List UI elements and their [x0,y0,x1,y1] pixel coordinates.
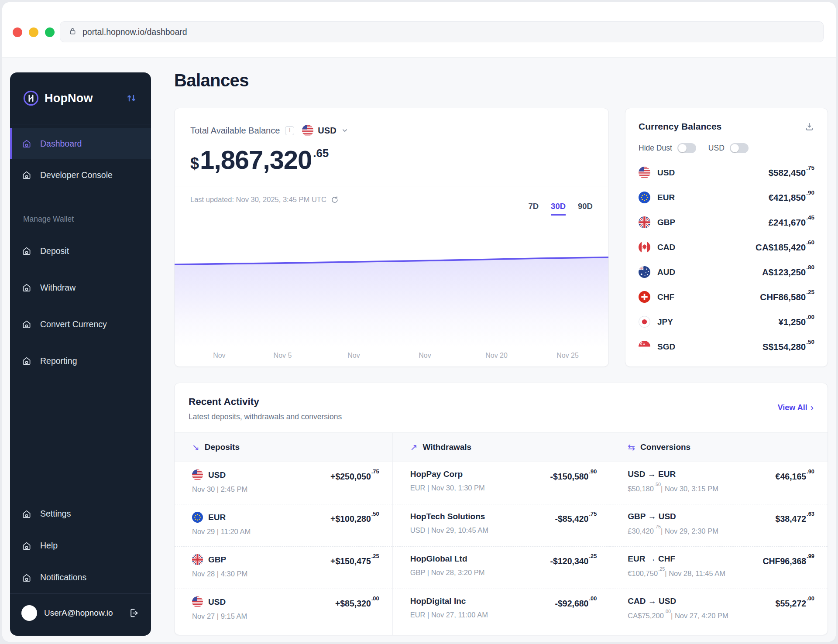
maximize-window-button[interactable] [45,27,55,37]
chevron-down-icon [341,127,349,134]
refresh-icon[interactable] [331,196,339,204]
swap-arrows-icon: ⇆ [628,442,635,452]
currency-row-gbp[interactable]: GBP£241,670.45 [639,210,814,235]
home-icon [21,138,32,149]
conversion-source: CA$75,200.00| Nov 27, 4:20 PM [628,611,728,620]
conversion-amount: CHF96,368.99 [762,554,814,566]
currency-row-sgd[interactable]: SGDS$154,280.50 [639,334,814,359]
deposit-row[interactable]: GBPNov 28 | 4:30 PM+$150,475.25 [175,547,392,589]
currency-amount: CA$185,420.60 [756,242,814,253]
currency-row-eur[interactable]: EUR€421,850.90 [639,185,814,210]
sidebar-collapse-icon[interactable] [125,92,138,105]
address-bar[interactable]: portal.hopnow.io/dashboard [60,21,824,42]
close-window-button[interactable] [13,27,22,37]
conversion-row[interactable]: EUR → CHF€100,750.25| Nov 28, 11:45 AMCH… [610,547,828,589]
sidebar-nav-main: DashboardDeveloper Console [10,124,151,191]
conversions-list: USD → EUR$50,180.50| Nov 30, 3:15 PM€46,… [610,462,828,635]
deposits-list: USDNov 30 | 2:45 PM+$250,050.75EURNov 29… [175,462,392,635]
conversion-row[interactable]: CAD → USDCA$75,200.00| Nov 27, 4:20 PM$5… [610,589,828,631]
sidebar-item-withdraw[interactable]: Withdraw [10,269,151,306]
conversion-pair: USD → EUR [628,469,676,479]
withdrawal-row[interactable]: HopGlobal LtdGBP | Nov 28, 3:20 PM-$120,… [393,547,610,589]
usd-toggle[interactable] [730,143,749,153]
withdrawal-datetime: GBP | Nov 28, 3:20 PM [410,569,485,577]
sidebar-nav-bottom: SettingsHelpNotifications [10,498,151,593]
sidebar-item-developer-console[interactable]: Developer Console [10,159,151,191]
sidebar-item-label: Convert Currency [40,319,107,329]
withdrawals-header: ↗ Withdrawals [392,433,610,462]
sidebar-item-deposit[interactable]: Deposit [10,233,151,269]
conversion-amount: $55,272.00 [776,596,814,609]
ch-flag-icon [639,291,650,303]
brand-row: HopNow [10,72,151,124]
hide-dust-toggle[interactable] [677,143,696,153]
logout-icon[interactable] [127,607,140,619]
sidebar-item-dashboard[interactable]: Dashboard [10,128,151,159]
range-tab-30d[interactable]: 30D [551,202,566,216]
user-account-row[interactable]: UserA@hopnow.io [10,594,151,636]
currency-code: AUD [657,267,675,277]
range-tab-7d[interactable]: 7D [528,202,539,216]
home-icon [21,319,32,329]
currency-symbol: $ [190,154,199,172]
withdrawal-row[interactable]: HopDigital IncEUR | Nov 27, 11:00 AM-$92… [393,589,610,631]
jp-flag-icon [639,316,650,328]
view-all-link[interactable]: View All› [778,403,814,412]
x-axis-label: Nov [419,352,431,360]
sidebar-item-reporting[interactable]: Reporting [10,343,151,379]
chevron-right-icon: › [811,404,814,412]
currency-row-aud[interactable]: AUDA$123,250.80 [639,260,814,284]
hide-dust-label: Hide Dust [639,144,672,153]
conversion-source: $50,180.50| Nov 30, 3:15 PM [628,484,718,493]
sg-flag-icon [639,341,650,353]
sidebar-item-convert-currency[interactable]: Convert Currency [10,306,151,343]
sidebar-item-notifications[interactable]: Notifications [10,562,151,593]
activity-column-headers: ↘ Deposits ↗ Withdrawals ⇆ Conversions [175,432,828,462]
deposit-row[interactable]: EURNov 29 | 11:20 AM+$100,280.50 [175,504,392,547]
deposit-currency: USD [208,597,226,607]
x-axis-label: Nov 5 [274,352,292,360]
conversion-row[interactable]: GBP → USD£30,420.75| Nov 29, 2:30 PM$38,… [610,504,828,547]
au-flag-icon [639,266,650,278]
currency-row-chf[interactable]: CHFCHF86,580.25 [639,284,814,309]
x-axis-label: Nov [347,352,360,360]
total-balance-card: Total Available Balance i USD $1,867,320… [174,108,609,367]
currency-row-usd[interactable]: USD$582,450.75 [639,160,814,185]
conversion-row[interactable]: USD → EUR$50,180.50| Nov 30, 3:15 PM€46,… [610,462,828,504]
url-text: portal.hopnow.io/dashboard [82,27,187,37]
sidebar-item-settings[interactable]: Settings [10,498,151,530]
currency-code: SGD [657,342,675,352]
deposit-amount: +$85,320.00 [335,596,379,609]
deposit-row[interactable]: USDNov 27 | 9:15 AM+$85,320.00 [175,589,392,631]
conversion-amount: €46,165.90 [776,469,814,482]
range-tabs: 7D 30D 90D [528,202,593,216]
home-icon [21,246,32,256]
last-updated-text: Last updated: Nov 30, 2025, 3:45 PM UTC [190,195,326,204]
range-tab-90d[interactable]: 90D [578,202,593,216]
withdrawals-list: HopPay CorpEUR | Nov 30, 1:30 PM-$150,58… [392,462,610,635]
info-icon[interactable]: i [285,126,294,135]
sidebar-item-label: Reporting [40,356,77,366]
currency-amount: CHF86,580.25 [760,291,814,302]
currency-row-jpy[interactable]: JPY¥1,250.00 [639,309,814,334]
balance-trend-chart [175,217,608,347]
home-icon [21,509,32,519]
home-icon [21,170,32,180]
recent-activity-title: Recent Activity [189,396,342,408]
user-email: UserA@hopnow.io [44,608,120,618]
home-icon [21,572,32,583]
deposit-amount: +$250,050.75 [330,469,379,482]
deposit-row[interactable]: USDNov 30 | 2:45 PM+$250,050.75 [175,462,392,504]
deposit-datetime: Nov 30 | 2:45 PM [192,485,247,493]
sidebar-item-help[interactable]: Help [10,530,151,562]
minimize-window-button[interactable] [29,27,38,37]
withdrawal-row[interactable]: HopTech SolutionsUSD | Nov 29, 10:45 AM-… [393,504,610,547]
withdrawal-recipient: HopTech Solutions [410,512,485,521]
currency-row-cad[interactable]: CADCA$185,420.60 [639,235,814,260]
balance-currency-selector[interactable]: USD [302,125,348,136]
withdrawal-row[interactable]: HopPay CorpEUR | Nov 30, 1:30 PM-$150,58… [393,462,610,504]
hopnow-logo-icon [23,90,39,106]
deposit-currency: GBP [208,555,226,565]
sidebar-item-label: Developer Console [40,170,113,180]
download-icon[interactable] [804,122,814,132]
